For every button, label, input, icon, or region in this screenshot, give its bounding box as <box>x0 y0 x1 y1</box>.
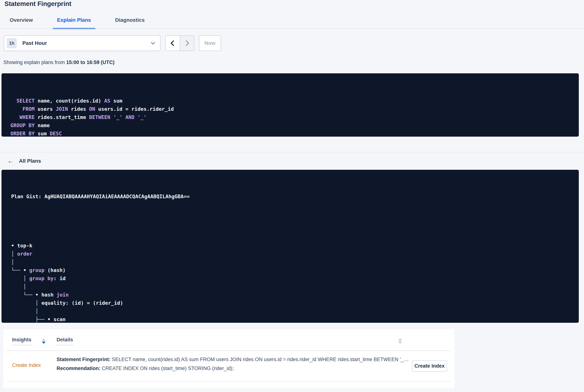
sort-up-icon <box>42 338 45 341</box>
create-index-button[interactable]: Create Index <box>412 360 447 372</box>
time-range-stepper <box>165 35 194 51</box>
sort-down-icon <box>398 342 402 344</box>
plan-tree: • top-k│ order│└── • group (hash) │ grou… <box>11 242 579 323</box>
sort-up-icon <box>398 338 402 341</box>
create-index-link[interactable]: Create Index <box>12 362 41 368</box>
plan-gist-label: Plan Gist: <box>11 194 44 199</box>
arrow-left-icon: ← <box>7 158 13 164</box>
next-range-button[interactable] <box>180 36 194 51</box>
statement-fingerprint-label: Statement Fingerprint: <box>56 357 110 362</box>
showing-range-value: 15:00 to 16:59 (UTC) <box>66 60 115 65</box>
recommendation-text: CREATE INDEX ON rides (start_time) STORI… <box>100 366 234 371</box>
table-header-divider <box>6 350 451 351</box>
tab-overview[interactable]: Overview <box>5 16 37 29</box>
time-range-dropdown[interactable]: 1h Past Hour <box>4 35 160 51</box>
time-range-label: Past Hour <box>22 40 151 46</box>
statement-fingerprint-detail: Statement Fingerprint: SELECT name, coun… <box>56 357 409 362</box>
all-plans-label: All Plans <box>19 158 41 164</box>
now-button[interactable]: Now <box>199 35 221 51</box>
sql-statement-text: SELECT name, count(rides.id) AS sum FROM… <box>10 97 579 136</box>
previous-range-button[interactable] <box>166 36 180 51</box>
sort-down-icon <box>42 342 45 344</box>
time-controls: 1h Past Hour Now <box>4 35 221 51</box>
plan-gist-value: AgHUAQIABQAAAAHYAQIAiAEAAAADCQACAgAABQIL… <box>44 194 190 199</box>
time-range-badge: 1h <box>7 38 17 48</box>
tab-explain-plans[interactable]: Explain Plans <box>53 16 95 29</box>
chevron-right-icon <box>183 40 189 46</box>
section-divider <box>0 152 584 152</box>
statement-fingerprint-page: Statement Fingerprint Overview Explain P… <box>0 0 584 392</box>
statement-fingerprint-text: SELECT name, count(rides.id) AS sum FROM… <box>110 357 409 362</box>
insights-table-card: Insights Details Create Index Statement … <box>3 330 455 388</box>
spacer <box>11 217 579 225</box>
tab-bar-divider <box>0 28 584 29</box>
sort-icon-insights[interactable] <box>42 338 45 344</box>
showing-range-prefix: Showing explain plans from <box>3 60 66 65</box>
tab-bar: Overview Explain Plans Diagnostics <box>5 16 164 29</box>
chevron-left-icon <box>170 40 176 46</box>
sql-statement-box: SELECT name, count(rides.id) AS sum FROM… <box>1 73 579 136</box>
all-plans-back-link[interactable]: ← All Plans <box>7 158 41 164</box>
sort-icon-details[interactable] <box>398 338 402 344</box>
showing-range-text: Showing explain plans from 15:00 to 16:5… <box>3 60 114 65</box>
recommendation-detail: Recommendation: CREATE INDEX ON rides (s… <box>56 366 234 371</box>
recommendation-label: Recommendation: <box>56 366 100 371</box>
plan-gist-line: Plan Gist: AgHUAQIABQAAAAHYAQIAiAEAAAADC… <box>11 192 579 201</box>
chevron-down-icon <box>151 40 155 44</box>
page-title: Statement Fingerprint <box>4 0 71 8</box>
column-header-insights[interactable]: Insights <box>12 337 31 345</box>
column-header-details[interactable]: Details <box>56 337 73 345</box>
tab-diagnostics[interactable]: Diagnostics <box>111 16 149 29</box>
table-row-divider <box>6 381 451 382</box>
plan-gist-box: Plan Gist: AgHUAQIABQAAAAHYAQIAiAEAAAADC… <box>1 170 579 323</box>
